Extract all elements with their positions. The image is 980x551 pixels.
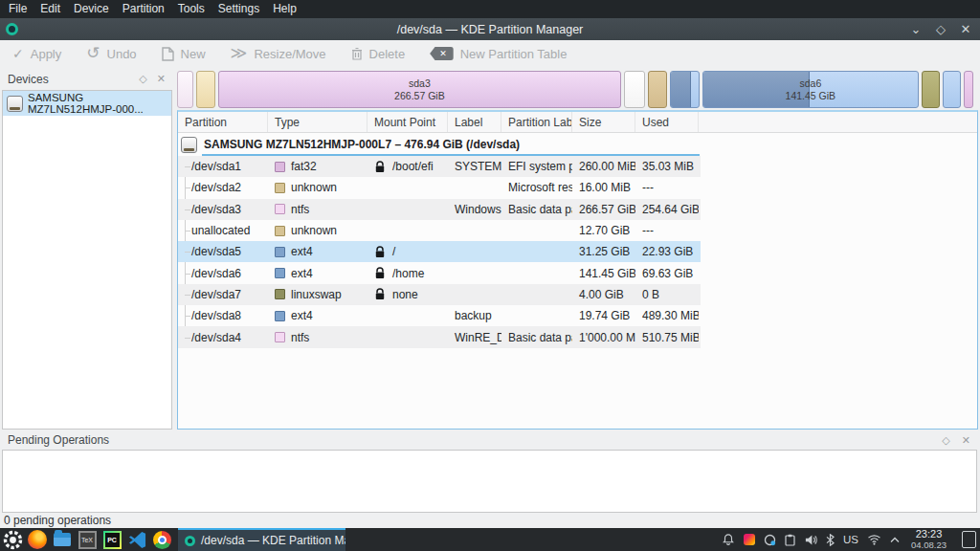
notifications-bell-icon[interactable] [722,533,735,546]
firefox-icon [28,530,47,549]
pending-operations-header: Pending Operations ◇ ✕ [0,430,980,450]
table-row-dev-sda8[interactable]: /dev/sda8 ext4 backup 19.74 GiB 489.30 M… [178,305,701,326]
pending-operations-list [2,450,977,513]
new-partition-button[interactable]: New [162,47,206,61]
partition-block-sda1[interactable] [177,71,193,108]
disk-group-row[interactable]: SAMSUNG MZ7LN512HMJP-000L7 – 476.94 GiB … [178,133,977,156]
menu-item-partition[interactable]: Partition [118,0,173,18]
partition-block-sda4[interactable] [964,71,973,108]
chrome-button[interactable] [149,528,174,551]
table-row-dev-sda7[interactable]: /dev/sda7 linuxswap none 4.00 GiB 0 B [178,284,701,305]
partition-block-unallocated[interactable] [624,71,645,108]
fs-color-swatch [275,289,285,299]
float-dock-icon[interactable]: ◇ [942,434,949,447]
wifi-icon[interactable] [867,534,881,545]
titlebar[interactable]: /dev/sda — KDE Partition Manager ⌄ ◇ ✕ [0,18,980,40]
menu-item-edit[interactable]: Edit [35,0,69,18]
tray-expander-icon[interactable] [890,537,900,543]
float-dock-icon[interactable]: ◇ [139,73,146,85]
menu-item-device[interactable]: Device [69,0,118,18]
delete-button[interactable]: Delete [351,47,406,61]
menu-item-settings[interactable]: Settings [213,0,268,18]
update-notifier-icon[interactable] [764,534,776,546]
volume-icon[interactable] [804,534,817,546]
taskbar-active-task[interactable]: /dev/sda — KDE Partition Manager [178,528,345,551]
partition-block-unknown[interactable] [648,71,667,108]
fs-color-swatch [275,247,285,257]
backspace-icon: ✕ [430,47,454,60]
minimize-icon[interactable]: ⌄ [909,23,923,36]
clipboard-icon[interactable] [785,534,795,546]
pending-operations-count: 0 pending operations [4,514,111,527]
header-size[interactable]: Size [572,112,635,132]
new-document-icon [162,47,174,61]
header-mount-point[interactable]: Mount Point [368,112,448,132]
pycharm-button[interactable]: PC [100,528,124,551]
double-chevron-icon: ≫ [231,47,248,60]
table-row-unallocated[interactable]: unallocated unknown 12.70 GiB --- [178,220,701,241]
menu-item-tools[interactable]: Tools [173,0,213,18]
table-row-dev-sda6[interactable]: /dev/sda6 ext4 /home 141.45 GiB 69.63 Gi… [178,262,701,283]
menu-item-help[interactable]: Help [268,0,305,18]
vscode-button[interactable] [124,528,149,551]
menu-item-file[interactable]: File [4,0,35,18]
header-partition-label[interactable]: Partition Label [501,112,572,132]
tex-icon: TeX [78,531,97,549]
file-manager-button[interactable] [50,528,75,551]
menubar: FileEditDevicePartitionToolsSettingsHelp [0,0,980,18]
bluetooth-icon[interactable] [826,534,835,546]
maximize-icon[interactable]: ◇ [934,23,947,36]
partition-block-sda8[interactable] [943,71,961,108]
new-partition-table-button[interactable]: ✕ New Partition Table [430,47,567,61]
devices-list: SAMSUNG MZ7LN512HMJP-000... [2,90,172,430]
texmaker-button[interactable]: TeX [75,528,100,551]
header-type[interactable]: Type [268,112,368,132]
lock-icon [374,161,386,173]
clock-date: 04.08.23 [911,540,947,550]
statusbar: 0 pending operations [0,514,980,528]
fs-color-swatch [275,226,285,236]
digital-clock[interactable]: 23:23 04.08.23 [908,529,949,550]
keyboard-layout-indicator[interactable]: US [843,534,858,545]
partition-block-sda5[interactable] [670,71,700,108]
fs-color-swatch [275,183,285,193]
disk-drive-icon [7,96,23,112]
window-title: /dev/sda — KDE Partition Manager [0,23,980,36]
close-icon[interactable]: ✕ [959,23,972,36]
main-toolbar: ✓ Apply ↺ Undo New ≫ Resize/Move Delete … [0,40,980,67]
table-row-dev-sda4[interactable]: /dev/sda4 ntfs WinRE_DRV Basic data part… [178,326,701,347]
table-row-dev-sda1[interactable]: /dev/sda1 fat32 /boot/efi SYSTEM EFI sys… [178,156,701,177]
table-row-dev-sda5[interactable]: /dev/sda5 ext4 / 31.25 GiB 22.93 GiB [178,241,701,262]
partition-block-sda2[interactable] [196,71,215,108]
apply-button[interactable]: ✓ Apply [12,47,61,61]
header-label[interactable]: Label [448,112,501,132]
taskbar: TeX PC /dev/sda — KDE Partition Manager … [0,528,980,551]
table-header-row: Partition Type Mount Point Label Partiti… [178,112,977,133]
chrome-icon [153,531,171,549]
devices-dock-title: Devices [8,73,49,86]
fs-color-swatch [275,162,285,172]
header-partition[interactable]: Partition [178,112,268,132]
partition-block-sda7[interactable] [922,71,940,108]
table-row-dev-sda2[interactable]: /dev/sda2 unknown Microsoft reser... 16.… [178,177,701,198]
close-dock-icon[interactable]: ✕ [962,434,970,447]
app-launcher-button[interactable] [0,528,25,551]
clock-time: 23:23 [911,529,947,540]
system-tray: US 23:23 04.08.23 [722,529,980,550]
device-item-samsung[interactable]: SAMSUNG MZ7LN512HMJP-000... [3,91,171,116]
resize-move-button[interactable]: ≫ Resize/Move [231,47,326,61]
lock-icon [374,246,386,258]
lock-icon [374,267,386,279]
checkmark-icon: ✓ [12,47,24,60]
partition-block-sda6[interactable]: sda6141.45 GiB [702,71,920,108]
header-used[interactable]: Used [635,112,699,132]
show-desktop-button[interactable] [962,531,976,548]
firefox-button[interactable] [25,528,50,551]
undo-button[interactable]: ↺ Undo [86,47,136,61]
table-row-dev-sda3[interactable]: /dev/sda3 ntfs Windows Basic data part..… [178,199,701,220]
color-app-tray-icon[interactable] [744,534,755,545]
partition-block-sda3[interactable]: sda3266.57 GiB [218,71,621,108]
close-dock-icon[interactable]: ✕ [157,73,166,85]
undo-icon: ↺ [86,47,100,60]
pending-operations-title: Pending Operations [8,433,109,447]
